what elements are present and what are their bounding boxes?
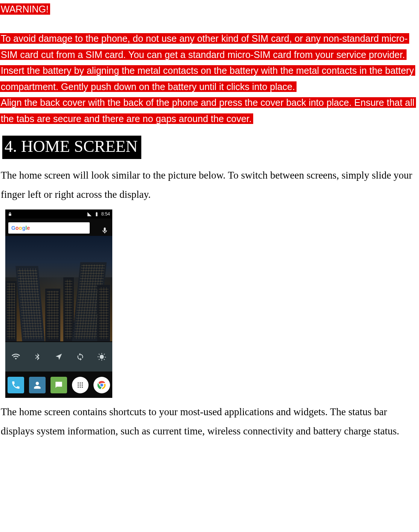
svg-point-6 — [78, 387, 79, 388]
status-time: 8:54 — [101, 210, 110, 219]
location-icon — [55, 353, 63, 361]
dock-app-messages[interactable] — [48, 372, 70, 398]
toggle-sync[interactable] — [69, 342, 91, 371]
contacts-icon — [32, 380, 42, 390]
dock-app-contacts[interactable] — [27, 372, 48, 398]
all-apps-icon — [75, 380, 85, 390]
warning-paragraph-1: To avoid damage to the phone, do not use… — [0, 33, 409, 60]
sync-icon — [76, 353, 84, 361]
battery-icon — [94, 212, 99, 217]
svg-point-7 — [80, 387, 81, 388]
dock-app-all-apps[interactable] — [69, 372, 91, 398]
mic-icon[interactable] — [101, 223, 109, 233]
search-bar[interactable]: Google — [8, 222, 90, 234]
lock-icon — [8, 212, 12, 217]
dock — [5, 372, 112, 398]
toggle-brightness[interactable] — [91, 342, 112, 371]
svg-point-8 — [81, 387, 83, 388]
chrome-icon — [97, 380, 107, 390]
toggle-location[interactable] — [48, 342, 70, 371]
dock-app-chrome[interactable] — [91, 372, 112, 398]
warning-paragraph-2: Insert the battery by aligning the metal… — [0, 65, 415, 92]
svg-point-2 — [81, 382, 83, 384]
warning-paragraph-3: Align the back cover with the back of th… — [0, 97, 416, 124]
section-heading: 4. HOME SCREEN — [2, 136, 417, 159]
body-paragraph-1: The home screen will look similar to the… — [1, 166, 413, 205]
wifi-icon — [12, 353, 20, 361]
brightness-icon — [98, 353, 106, 361]
warning-title: WARNING! — [0, 3, 50, 15]
toggle-wifi[interactable] — [5, 342, 27, 371]
body-paragraph-2: The home screen contains shortcuts to yo… — [1, 402, 413, 441]
svg-point-0 — [78, 382, 79, 384]
wallpaper-skyline — [5, 236, 112, 341]
bluetooth-icon — [33, 353, 41, 361]
phone-screenshot: 8:54 Google — [5, 209, 112, 398]
quick-toggle-row — [5, 342, 112, 371]
svg-point-1 — [80, 382, 81, 384]
toggle-bluetooth[interactable] — [27, 342, 48, 371]
google-logo: Google — [11, 223, 30, 233]
svg-point-3 — [78, 384, 79, 385]
messages-icon — [54, 380, 64, 390]
signal-icon — [87, 212, 92, 217]
status-bar: 8:54 — [5, 209, 112, 219]
section-heading-text: 4. HOME SCREEN — [2, 136, 141, 159]
phone-icon — [11, 380, 21, 390]
dock-app-phone[interactable] — [5, 372, 27, 398]
svg-point-4 — [80, 384, 81, 385]
svg-point-5 — [81, 384, 83, 385]
